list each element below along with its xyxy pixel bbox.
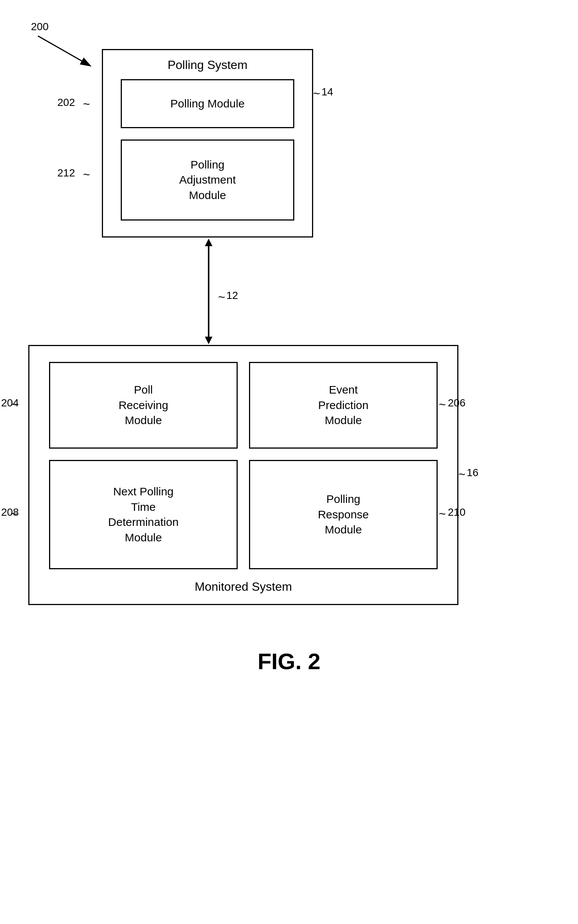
- ref-208: 208: [1, 506, 19, 518]
- ref-212: 212: [57, 167, 75, 179]
- svg-marker-6: [205, 337, 213, 344]
- next-polling-time-box: Next PollingTimeDeterminationModule: [49, 460, 238, 569]
- diagram: 200 Polling System ~ 14 Polling Module ~…: [0, 0, 578, 924]
- next-polling-time-label: Next PollingTimeDeterminationModule: [108, 484, 179, 545]
- ref-204: 204: [1, 397, 19, 409]
- poll-receiving-label: PollReceivingModule: [119, 382, 168, 428]
- fig-label: FIG. 2: [0, 649, 578, 675]
- event-prediction-box: EventPredictionModule: [249, 362, 438, 448]
- ref-16: 16: [467, 467, 478, 479]
- tilde-12: ~: [218, 290, 225, 304]
- polling-module-box: Polling Module: [121, 79, 294, 128]
- ref-12: 12: [226, 290, 238, 302]
- ref-14: 14: [321, 86, 333, 98]
- tilde-202: ~: [83, 97, 90, 111]
- ref-200: 200: [31, 21, 49, 33]
- polling-adjustment-box: PollingAdjustmentModule: [121, 139, 294, 220]
- polling-system-label: Polling System: [103, 57, 312, 73]
- polling-response-label: PollingResponseModule: [318, 492, 369, 537]
- tilde-212: ~: [83, 168, 90, 182]
- svg-rect-5: [208, 246, 209, 337]
- event-prediction-label: EventPredictionModule: [318, 382, 368, 428]
- tilde-210: ~: [439, 507, 446, 521]
- tilde-14: ~: [313, 87, 320, 101]
- ref-210: 210: [448, 506, 466, 518]
- polling-module-label: Polling Module: [170, 96, 245, 112]
- polling-adjustment-label: PollingAdjustmentModule: [179, 157, 236, 203]
- arrow-200: [38, 36, 106, 73]
- svg-line-0: [38, 36, 91, 66]
- poll-receiving-box: PollReceivingModule: [49, 362, 238, 448]
- arrow-12: [203, 239, 214, 344]
- polling-response-box: PollingResponseModule: [249, 460, 438, 569]
- ref-206: 206: [448, 397, 466, 409]
- ref-202: 202: [57, 97, 75, 108]
- svg-marker-4: [205, 239, 213, 246]
- tilde-16: ~: [458, 468, 466, 481]
- monitored-system-label: Monitored System: [29, 579, 457, 595]
- tilde-206: ~: [439, 398, 446, 412]
